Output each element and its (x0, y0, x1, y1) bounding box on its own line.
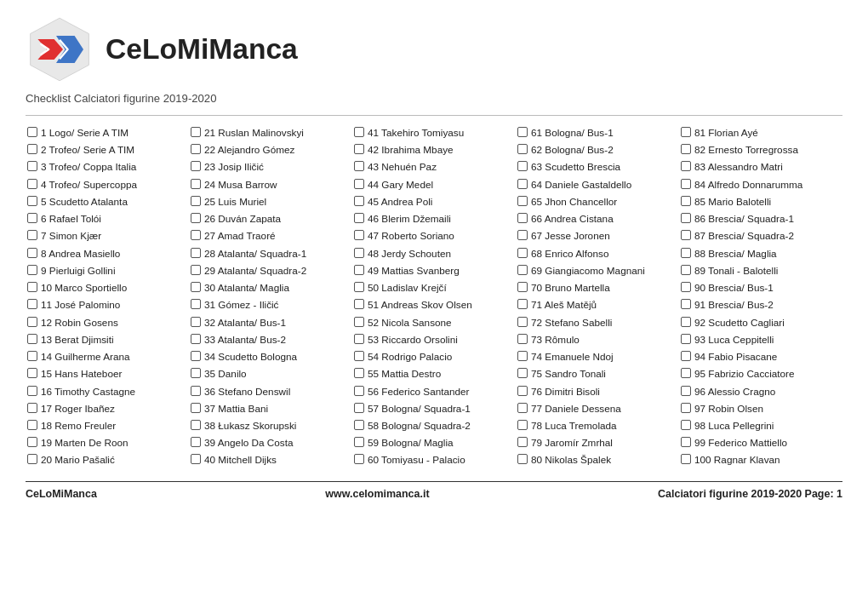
list-item[interactable]: 3 Trofeo/ Coppa Italia (26, 158, 189, 175)
checkbox-icon[interactable] (27, 420, 37, 430)
checkbox-icon[interactable] (191, 386, 201, 396)
list-item[interactable]: 20 Mario Pašalić (26, 451, 189, 468)
checkbox-icon[interactable] (681, 386, 691, 396)
list-item[interactable]: 25 Luis Muriel (189, 193, 352, 210)
checkbox-icon[interactable] (517, 454, 528, 464)
checkbox-icon[interactable] (517, 213, 528, 223)
checkbox-icon[interactable] (354, 317, 364, 327)
checkbox-icon[interactable] (517, 265, 528, 275)
list-item[interactable]: 43 Nehuén Paz (352, 158, 516, 175)
list-item[interactable]: 52 Nicola Sansone (352, 314, 516, 331)
checkbox-icon[interactable] (27, 196, 37, 206)
checkbox-icon[interactable] (517, 196, 528, 206)
checkbox-icon[interactable] (354, 386, 364, 396)
checkbox-icon[interactable] (191, 317, 201, 327)
checkbox-icon[interactable] (27, 161, 37, 171)
checkbox-icon[interactable] (517, 127, 528, 137)
checkbox-icon[interactable] (27, 230, 37, 240)
checkbox-icon[interactable] (681, 248, 691, 258)
checkbox-icon[interactable] (681, 403, 691, 413)
list-item[interactable]: 30 Atalanta/ Maglia (189, 279, 352, 296)
checkbox-icon[interactable] (27, 317, 37, 327)
checkbox-icon[interactable] (517, 161, 528, 171)
checkbox-icon[interactable] (191, 179, 201, 189)
list-item[interactable]: 36 Stefano Denswil (189, 383, 352, 400)
checkbox-icon[interactable] (354, 334, 364, 344)
checkbox-icon[interactable] (27, 248, 37, 258)
list-item[interactable]: 8 Andrea Masiello (26, 245, 189, 262)
checkbox-icon[interactable] (681, 179, 691, 189)
checkbox-icon[interactable] (191, 454, 201, 464)
checkbox-icon[interactable] (27, 437, 37, 447)
list-item[interactable]: 67 Jesse Joronen (516, 227, 679, 244)
list-item[interactable]: 63 Scudetto Brescia (516, 158, 679, 175)
list-item[interactable]: 92 Scudetto Cagliari (679, 314, 842, 331)
checkbox-icon[interactable] (681, 437, 691, 447)
checkbox-icon[interactable] (354, 420, 364, 430)
checkbox-icon[interactable] (27, 368, 37, 378)
list-item[interactable]: 39 Angelo Da Costa (189, 434, 352, 451)
checkbox-icon[interactable] (517, 144, 528, 154)
checkbox-icon[interactable] (191, 265, 201, 275)
checkbox-icon[interactable] (517, 351, 528, 361)
checkbox-icon[interactable] (191, 144, 201, 154)
list-item[interactable]: 34 Scudetto Bologna (189, 348, 352, 365)
list-item[interactable]: 78 Luca Tremolada (516, 417, 679, 434)
list-item[interactable]: 48 Jerdy Schouten (352, 245, 516, 262)
checkbox-icon[interactable] (354, 282, 364, 292)
checkbox-icon[interactable] (354, 230, 364, 240)
checkbox-icon[interactable] (27, 351, 37, 361)
checkbox-icon[interactable] (27, 265, 37, 275)
checkbox-icon[interactable] (517, 248, 528, 258)
list-item[interactable]: 13 Berat Djimsiti (26, 331, 189, 348)
list-item[interactable]: 86 Brescia/ Squadra-1 (679, 210, 842, 227)
list-item[interactable]: 17 Roger Ibañez (26, 400, 189, 417)
checkbox-icon[interactable] (517, 420, 528, 430)
checkbox-icon[interactable] (27, 179, 37, 189)
list-item[interactable]: 94 Fabio Pisacane (679, 348, 842, 365)
checkbox-icon[interactable] (191, 127, 201, 137)
list-item[interactable]: 96 Alessio Cragno (679, 383, 842, 400)
list-item[interactable]: 22 Alejandro Gómez (189, 141, 352, 158)
list-item[interactable]: 18 Remo Freuler (26, 417, 189, 434)
checkbox-icon[interactable] (517, 368, 528, 378)
list-item[interactable]: 49 Mattias Svanberg (352, 262, 516, 279)
checkbox-icon[interactable] (517, 437, 528, 447)
checkbox-icon[interactable] (354, 127, 364, 137)
checkbox-icon[interactable] (27, 144, 37, 154)
checkbox-icon[interactable] (354, 403, 364, 413)
list-item[interactable]: 79 Jaromír Zmrhal (516, 434, 679, 451)
list-item[interactable]: 53 Riccardo Orsolini (352, 331, 516, 348)
list-item[interactable]: 55 Mattia Destro (352, 365, 516, 382)
checkbox-icon[interactable] (27, 282, 37, 292)
checkbox-icon[interactable] (517, 386, 528, 396)
checkbox-icon[interactable] (681, 230, 691, 240)
list-item[interactable]: 66 Andrea Cistana (516, 210, 679, 227)
checkbox-icon[interactable] (681, 368, 691, 378)
list-item[interactable]: 80 Nikolas Špalek (516, 451, 679, 468)
list-item[interactable]: 81 Florian Ayé (679, 124, 842, 141)
checkbox-icon[interactable] (191, 334, 201, 344)
list-item[interactable]: 15 Hans Hateboer (26, 365, 189, 382)
list-item[interactable]: 62 Bologna/ Bus-2 (516, 141, 679, 158)
list-item[interactable]: 90 Brescia/ Bus-1 (679, 279, 842, 296)
checkbox-icon[interactable] (191, 196, 201, 206)
list-item[interactable]: 31 Gómez - Iličić (189, 296, 352, 313)
checkbox-icon[interactable] (517, 403, 528, 413)
checkbox-icon[interactable] (191, 299, 201, 309)
checkbox-icon[interactable] (354, 368, 364, 378)
list-item[interactable]: 41 Takehiro Tomiyasu (352, 124, 516, 141)
list-item[interactable]: 9 Pierluigi Gollini (26, 262, 189, 279)
list-item[interactable]: 74 Emanuele Ndoj (516, 348, 679, 365)
checkbox-icon[interactable] (354, 144, 364, 154)
checkbox-icon[interactable] (354, 265, 364, 275)
checkbox-icon[interactable] (517, 282, 528, 292)
checkbox-icon[interactable] (681, 196, 691, 206)
checkbox-icon[interactable] (191, 420, 201, 430)
list-item[interactable]: 4 Trofeo/ Supercoppa (26, 176, 189, 193)
list-item[interactable]: 75 Sandro Tonali (516, 365, 679, 382)
checkbox-icon[interactable] (681, 127, 691, 137)
list-item[interactable]: 32 Atalanta/ Bus-1 (189, 314, 352, 331)
checkbox-icon[interactable] (191, 351, 201, 361)
checkbox-icon[interactable] (27, 299, 37, 309)
